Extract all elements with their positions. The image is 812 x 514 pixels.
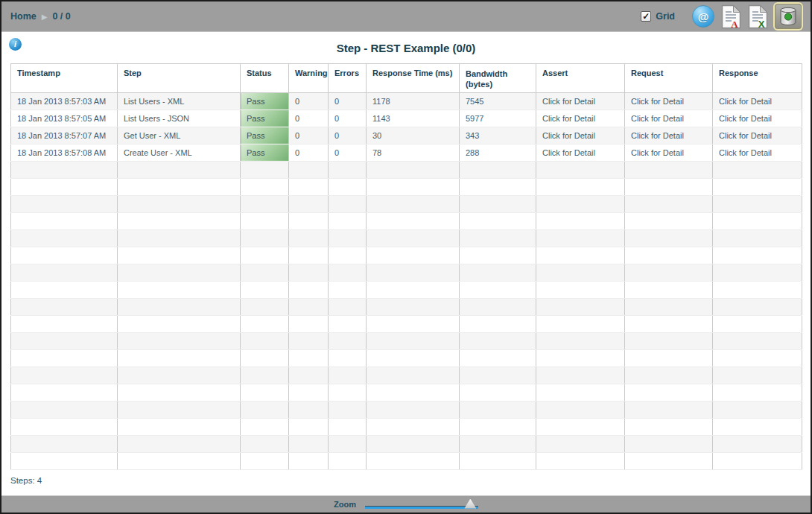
app-window: Home ▶ 0 / 0 ✓ Grid @ A X xyxy=(0,0,812,514)
steps-table: TimestampStepStatusWarningsErrorsRespons… xyxy=(10,63,802,470)
breadcrumb-home-link[interactable]: Home xyxy=(10,11,37,22)
column-header-timestamp: Timestamp xyxy=(11,64,118,93)
empty-cell xyxy=(289,195,329,212)
empty-cell xyxy=(289,452,329,469)
empty-cell xyxy=(241,435,289,452)
empty-cell xyxy=(118,367,241,384)
grid-checkbox-label: Grid xyxy=(656,11,675,22)
empty-cell xyxy=(536,435,625,452)
detail-link[interactable]: Click for Detail xyxy=(625,144,713,161)
empty-cell xyxy=(241,418,289,435)
zoom-slider-track[interactable] xyxy=(365,506,478,509)
empty-cell xyxy=(289,349,329,367)
column-header-request: Request xyxy=(625,64,713,93)
empty-cell xyxy=(536,332,625,349)
empty-cell xyxy=(329,212,367,229)
page-title: Step - REST Example (0/0) xyxy=(337,42,476,54)
table-header-row: TimestampStepStatusWarningsErrorsRespons… xyxy=(11,64,802,93)
column-header-warnings: Warnings xyxy=(289,64,329,93)
detail-link[interactable]: Click for Detail xyxy=(536,127,625,144)
detail-link[interactable]: Click for Detail xyxy=(713,92,802,110)
database-icon xyxy=(779,7,797,26)
cell-response-time: 1178 xyxy=(367,92,460,110)
empty-cell xyxy=(460,161,536,178)
empty-cell xyxy=(536,229,625,247)
table-row[interactable]: 18 Jan 2013 8:57:08 AMCreate User - XMLP… xyxy=(11,144,802,161)
database-button[interactable] xyxy=(775,4,802,29)
detail-link[interactable]: Click for Detail xyxy=(713,127,802,144)
empty-row xyxy=(11,247,802,264)
grid-checkbox[interactable]: ✓ xyxy=(641,11,651,22)
empty-cell xyxy=(460,367,536,384)
empty-cell xyxy=(460,384,536,401)
column-header-assert: Assert xyxy=(536,64,625,93)
empty-cell xyxy=(241,349,289,367)
empty-cell xyxy=(329,161,367,178)
empty-cell xyxy=(625,161,713,178)
empty-row xyxy=(11,281,802,298)
cell-step: Get User - XML xyxy=(118,127,241,144)
svg-text:X: X xyxy=(758,18,765,29)
empty-cell xyxy=(11,298,118,315)
empty-cell xyxy=(625,332,713,349)
zoom-label: Zoom xyxy=(334,500,356,509)
detail-link[interactable]: Click for Detail xyxy=(536,110,625,127)
empty-cell xyxy=(289,264,329,281)
detail-link[interactable]: Click for Detail xyxy=(713,110,802,127)
empty-row xyxy=(11,298,802,315)
detail-link[interactable]: Click for Detail xyxy=(625,110,713,127)
empty-cell xyxy=(118,315,241,332)
content-panel: i Step - REST Example (0/0) TimestampSte… xyxy=(1,31,811,496)
empty-cell xyxy=(713,418,802,435)
empty-cell xyxy=(329,332,367,349)
empty-cell xyxy=(241,298,289,315)
empty-row xyxy=(11,264,802,281)
empty-cell xyxy=(289,384,329,401)
empty-cell xyxy=(11,315,118,332)
empty-cell xyxy=(713,229,802,247)
empty-cell xyxy=(713,161,802,178)
empty-cell xyxy=(536,367,625,384)
export-pdf-button[interactable]: A xyxy=(721,4,741,29)
empty-cell xyxy=(329,195,367,212)
table-row[interactable]: 18 Jan 2013 8:57:05 AMList Users - JSONP… xyxy=(11,110,802,127)
info-icon[interactable]: i xyxy=(9,38,22,51)
zoom-slider[interactable] xyxy=(365,499,478,510)
table-row[interactable]: 18 Jan 2013 8:57:07 AMGet User - XMLPass… xyxy=(11,127,802,144)
export-excel-button[interactable]: X xyxy=(748,4,768,29)
empty-cell xyxy=(713,401,802,418)
breadcrumb: Home ▶ 0 / 0 xyxy=(10,11,71,22)
empty-cell xyxy=(367,298,460,315)
empty-row xyxy=(11,161,802,178)
empty-cell xyxy=(241,178,289,195)
empty-cell xyxy=(460,229,536,247)
empty-cell xyxy=(11,384,118,401)
grid-toggle: ✓ Grid xyxy=(641,11,675,22)
table-row[interactable]: 18 Jan 2013 8:57:03 AMList Users - XMLPa… xyxy=(11,92,802,110)
empty-cell xyxy=(713,247,802,264)
empty-cell xyxy=(241,315,289,332)
detail-link[interactable]: Click for Detail xyxy=(536,92,625,110)
detail-link[interactable]: Click for Detail xyxy=(625,127,713,144)
empty-row xyxy=(11,384,802,401)
column-header-response: Response xyxy=(713,64,802,93)
empty-cell xyxy=(625,195,713,212)
cell-bandwidth: 288 xyxy=(460,144,536,161)
empty-cell xyxy=(118,349,241,367)
empty-cell xyxy=(367,418,460,435)
svg-text:A: A xyxy=(731,18,738,29)
empty-cell xyxy=(536,315,625,332)
empty-cell xyxy=(367,229,460,247)
empty-cell xyxy=(11,161,118,178)
empty-cell xyxy=(11,435,118,452)
zoom-slider-handle[interactable] xyxy=(464,499,476,509)
empty-cell xyxy=(329,264,367,281)
detail-link[interactable]: Click for Detail xyxy=(713,144,802,161)
empty-row xyxy=(11,178,802,195)
detail-link[interactable]: Click for Detail xyxy=(625,92,713,110)
cell-warnings: 0 xyxy=(289,92,329,110)
cell-response-time: 78 xyxy=(367,144,460,161)
email-button[interactable]: @ xyxy=(692,5,714,28)
detail-link[interactable]: Click for Detail xyxy=(536,144,625,161)
empty-cell xyxy=(536,384,625,401)
